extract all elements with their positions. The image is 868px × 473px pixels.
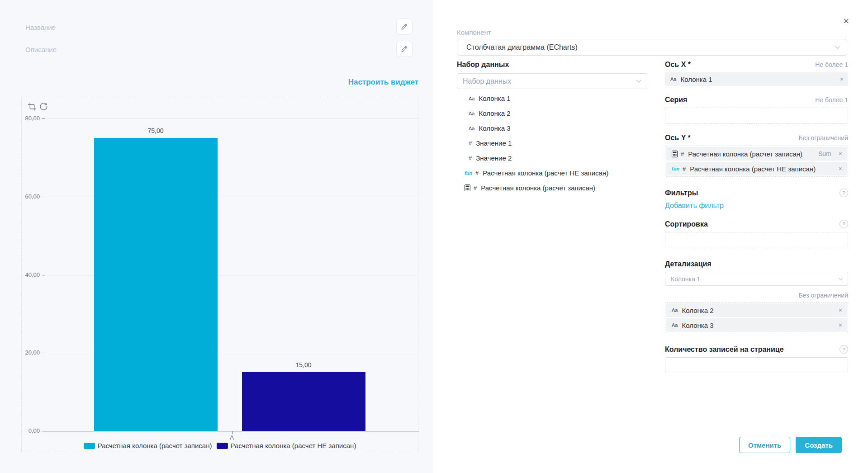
widget-name-label: Название xyxy=(25,24,56,31)
axis-y-field: #Расчетная колонка (расчет записан)Sum×f… xyxy=(665,146,848,177)
dataset-column-item[interactable]: #Значение 1 xyxy=(457,136,647,151)
chip-controls: × xyxy=(839,307,842,314)
y-axis-tick xyxy=(42,431,45,431)
y-gridline xyxy=(45,118,419,119)
remove-icon[interactable]: × xyxy=(839,165,842,172)
remove-icon[interactable]: × xyxy=(839,322,842,329)
field-chip: AaКолонка 1× xyxy=(665,72,848,86)
detailing-limit: Без ограничений xyxy=(799,292,848,299)
dialog-footer: Отменить Создать xyxy=(739,437,842,453)
chip-controls: × xyxy=(839,165,842,172)
y-axis-tick-label: 60,00 xyxy=(17,193,40,200)
component-label: Компонент xyxy=(457,28,491,36)
cancel-button[interactable]: Отменить xyxy=(739,437,790,453)
dataset-column-item[interactable]: AaКолонка 1 xyxy=(457,91,647,106)
edit-description-button[interactable] xyxy=(396,41,413,57)
chip-controls: Sum× xyxy=(818,150,842,157)
text-type-icon: Aa xyxy=(670,76,676,82)
axis-y-limit: Без ограничений xyxy=(799,134,848,142)
formula-icon: fun xyxy=(465,170,472,176)
component-select[interactable]: Столбчатая диаграмма (ECharts) xyxy=(457,39,847,56)
chevron-down-icon xyxy=(636,80,641,83)
series-limit: Не более 1 xyxy=(815,96,848,104)
text-type-icon: Aa xyxy=(469,126,474,131)
bar-series-2[interactable] xyxy=(242,372,365,431)
legend-item[interactable]: Расчетная колонка (расчет записан) xyxy=(84,442,212,449)
legend-label: Расчетная колонка (расчет НЕ записан) xyxy=(231,442,356,449)
y-axis-tick-label: 0,00 xyxy=(17,427,40,434)
edit-name-button[interactable] xyxy=(396,19,413,35)
dataset-column-name: Значение 1 xyxy=(476,139,512,147)
axis-x-label: Ось X * xyxy=(665,61,691,69)
restore-icon[interactable] xyxy=(39,102,48,111)
bar-series-1[interactable] xyxy=(94,138,218,431)
number-type-icon: # xyxy=(474,184,477,191)
dataset-select[interactable]: Набор данных xyxy=(457,73,647,89)
field-chip: AaКолонка 3× xyxy=(666,318,847,332)
page-size-label: Количество записей на странице xyxy=(665,345,784,354)
field-chip: fun#Расчетная колонка (расчет НЕ записан… xyxy=(666,162,847,175)
text-type-icon: Aa xyxy=(469,111,474,116)
field-chip: #Расчетная колонка (расчет записан)Sum× xyxy=(666,147,847,161)
aggregation-label[interactable]: Sum xyxy=(818,150,831,157)
dataset-column-item[interactable]: #Значение 2 xyxy=(457,151,647,166)
dataset-column-item[interactable]: AaКолонка 2 xyxy=(457,106,647,121)
widget-preview-panel: Название Описание Настроить виджет 80,00… xyxy=(0,0,433,473)
widget-description-label: Описание xyxy=(25,46,57,53)
series-input[interactable] xyxy=(665,108,848,124)
chart-toolbox xyxy=(28,102,48,111)
legend-item[interactable]: Расчетная колонка (расчет НЕ записан) xyxy=(217,442,356,449)
dataset-column-name: Колонка 2 xyxy=(479,109,510,117)
filters-label: Фильтры xyxy=(665,189,698,197)
dataset-header: Набор данных xyxy=(457,61,647,69)
widget-settings-panel: × Компонент Столбчатая диаграмма (EChart… xyxy=(433,0,868,473)
axis-x-field: AaКолонка 1× xyxy=(665,72,848,86)
create-button[interactable]: Создать xyxy=(796,437,842,453)
data-zoom-icon[interactable] xyxy=(28,102,36,111)
chip-controls: × xyxy=(839,322,842,329)
chart-legend: Расчетная колонка (расчет записан)Расчет… xyxy=(22,442,418,449)
help-icon[interactable]: ? xyxy=(840,189,848,197)
bar-value-label: 15,00 xyxy=(295,361,311,369)
y-axis-tick xyxy=(42,197,45,197)
remove-icon[interactable]: × xyxy=(839,150,842,157)
detailing-field: AaКолонка 2×AaКолонка 3× xyxy=(665,302,848,333)
configure-widget-link[interactable]: Настроить виджет xyxy=(348,78,418,87)
y-axis-tick-label: 80,00 xyxy=(17,115,40,122)
dataset-column-name: Расчетная колонка (расчет записан) xyxy=(481,184,595,192)
remove-icon[interactable]: × xyxy=(840,76,844,83)
chevron-down-icon xyxy=(838,278,843,280)
add-filter-link[interactable]: Добавить фильтр xyxy=(665,202,848,210)
help-icon[interactable]: ? xyxy=(840,345,848,354)
y-axis-tick xyxy=(42,353,45,353)
axis-x-limit: Не более 1 xyxy=(815,61,848,68)
number-type-icon: # xyxy=(683,166,686,172)
number-type-icon: # xyxy=(475,170,479,176)
page-size-input[interactable] xyxy=(665,357,848,372)
chip-label: Расчетная колонка (расчет записан) xyxy=(688,150,802,158)
pencil-icon xyxy=(401,23,408,30)
chip-controls: × xyxy=(840,76,844,83)
chip-label: Колонка 2 xyxy=(682,307,713,314)
dataset-column-list: AaКолонка 1AaКолонка 2AaКолонка 3#Значен… xyxy=(457,91,647,195)
axis-y-label: Ось Y * xyxy=(665,134,691,142)
dataset-column-item[interactable]: AaКолонка 3 xyxy=(457,121,647,136)
series-label: Серия xyxy=(665,96,687,104)
chart-options-section: Ось X * Не более 1 AaКолонка 1× Серия Не… xyxy=(665,61,848,372)
detailing-select-value: Колонка 1 xyxy=(671,275,700,283)
dataset-select-placeholder: Набор данных xyxy=(463,77,511,85)
remove-icon[interactable]: × xyxy=(839,307,842,314)
detailing-select[interactable]: Колонка 1 xyxy=(665,272,848,286)
close-icon[interactable]: × xyxy=(842,15,850,27)
dataset-column-item[interactable]: #Расчетная колонка (расчет записан) xyxy=(457,180,647,195)
bar-chart-plot: 80,0060,0040,0020,000,0075,0015,00 xyxy=(45,118,419,431)
pencil-icon xyxy=(401,45,408,52)
number-type-icon: # xyxy=(469,140,472,147)
chart-preview: 80,0060,0040,0020,000,0075,0015,00 A Рас… xyxy=(21,97,418,452)
dataset-section: Набор данных Набор данных AaКолонка 1AaК… xyxy=(457,61,647,195)
y-axis-tick xyxy=(42,118,45,119)
sorting-input[interactable] xyxy=(665,232,848,248)
help-icon[interactable]: ? xyxy=(840,220,848,228)
chevron-down-icon xyxy=(835,46,840,49)
dataset-column-item[interactable]: fun#Расчетная колонка (расчет НЕ записан… xyxy=(457,166,647,180)
